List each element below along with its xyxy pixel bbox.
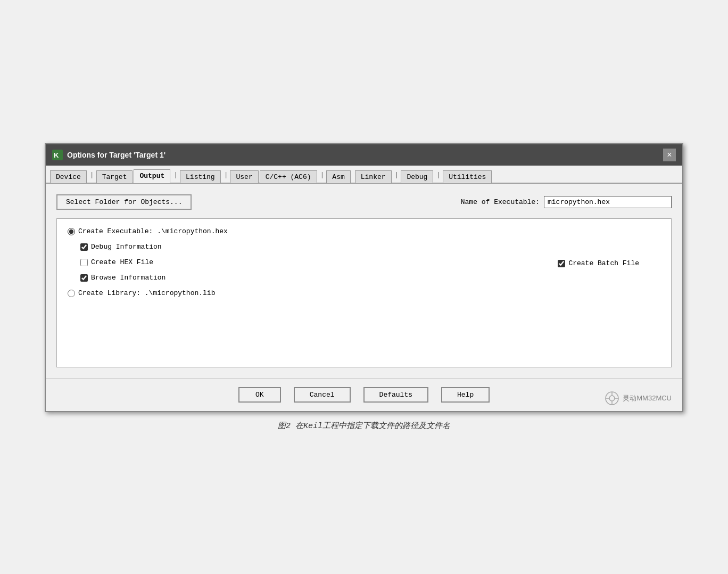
create-batch-row: Create Batch File xyxy=(558,259,639,267)
create-lib-label: Create Library: .\micropython.lib xyxy=(78,289,215,297)
ok-button[interactable]: OK xyxy=(238,387,281,403)
tab-sep-2: | xyxy=(171,169,180,181)
tab-output[interactable]: Output xyxy=(134,169,170,183)
tab-sep-6: | xyxy=(434,169,443,181)
caption-text: 图2 在Keil工程中指定下载文件的路径及文件名 xyxy=(278,421,450,431)
tab-user[interactable]: User xyxy=(230,170,258,183)
options-right: Create Batch File xyxy=(558,259,639,267)
exe-name-label: Name of Executable: xyxy=(461,198,540,206)
dialog-body: Select Folder for Objects... Name of Exe… xyxy=(46,184,682,378)
svg-text:K: K xyxy=(54,151,59,159)
tab-utilities[interactable]: Utilities xyxy=(443,170,492,183)
tab-listing[interactable]: Listing xyxy=(180,170,221,183)
browse-info-label: Browse Information xyxy=(91,274,166,282)
options-inner: Create Executable: .\micropython.hex Deb… xyxy=(68,227,660,297)
defaults-button[interactable]: Defaults xyxy=(363,387,428,403)
select-folder-button[interactable]: Select Folder for Objects... xyxy=(56,194,192,210)
svg-point-3 xyxy=(609,396,615,401)
tabs-bar: Device | Target Output | Listing | User … xyxy=(46,166,682,184)
create-batch-label: Create Batch File xyxy=(568,259,639,267)
title-bar: K Options for Target 'Target 1' × xyxy=(46,144,682,166)
debug-info-row: Debug Information xyxy=(80,243,228,251)
top-row: Select Folder for Objects... Name of Exe… xyxy=(56,194,672,210)
create-hex-label: Create HEX File xyxy=(91,258,153,266)
debug-info-label: Debug Information xyxy=(91,243,162,251)
tab-device[interactable]: Device xyxy=(50,170,87,183)
title-bar-left: K Options for Target 'Target 1' xyxy=(52,150,166,160)
tab-sep-4: | xyxy=(318,169,327,181)
tab-sep-5: | xyxy=(393,169,401,181)
help-button[interactable]: Help xyxy=(441,387,490,403)
exe-name-row: Name of Executable: xyxy=(461,196,672,208)
watermark-text: 灵动MM32MCU xyxy=(623,393,672,403)
tab-linker[interactable]: Linker xyxy=(355,170,392,183)
watermark-logo xyxy=(605,391,619,406)
cancel-button[interactable]: Cancel xyxy=(294,387,351,403)
bottom-buttons: OK Cancel Defaults 灵动MM32MCU Help xyxy=(46,378,682,411)
create-hex-row: Create HEX File xyxy=(80,258,228,266)
tab-target[interactable]: Target xyxy=(96,170,133,183)
debug-info-checkbox[interactable] xyxy=(80,243,88,251)
dialog-window: K Options for Target 'Target 1' × Device… xyxy=(45,143,683,412)
watermark: 灵动MM32MCU xyxy=(605,391,672,406)
exe-name-input[interactable] xyxy=(544,196,672,208)
tab-debug[interactable]: Debug xyxy=(401,170,433,183)
browse-info-checkbox[interactable] xyxy=(80,274,88,282)
tab-cpp[interactable]: C/C++ (AC6) xyxy=(260,170,317,183)
create-lib-row: Create Library: .\micropython.lib xyxy=(68,289,228,297)
options-left: Create Executable: .\micropython.hex Deb… xyxy=(68,227,228,297)
dialog-title: Options for Target 'Target 1' xyxy=(67,151,166,159)
create-batch-checkbox[interactable] xyxy=(558,260,565,267)
create-hex-checkbox[interactable] xyxy=(80,259,88,266)
close-button[interactable]: × xyxy=(663,149,676,161)
keil-icon: K xyxy=(52,150,63,160)
options-box: Create Executable: .\micropython.hex Deb… xyxy=(56,218,672,367)
create-exe-label: Create Executable: .\micropython.hex xyxy=(78,227,228,235)
page-wrapper: K Options for Target 'Target 1' × Device… xyxy=(45,143,683,431)
create-lib-radio[interactable] xyxy=(68,290,75,297)
tab-asm[interactable]: Asm xyxy=(326,170,350,183)
browse-info-row: Browse Information xyxy=(80,274,228,282)
create-exe-row: Create Executable: .\micropython.hex xyxy=(68,227,228,235)
create-exe-radio[interactable] xyxy=(68,228,75,235)
tab-sep-1: | xyxy=(88,169,96,181)
tab-sep-3: | xyxy=(222,169,230,181)
